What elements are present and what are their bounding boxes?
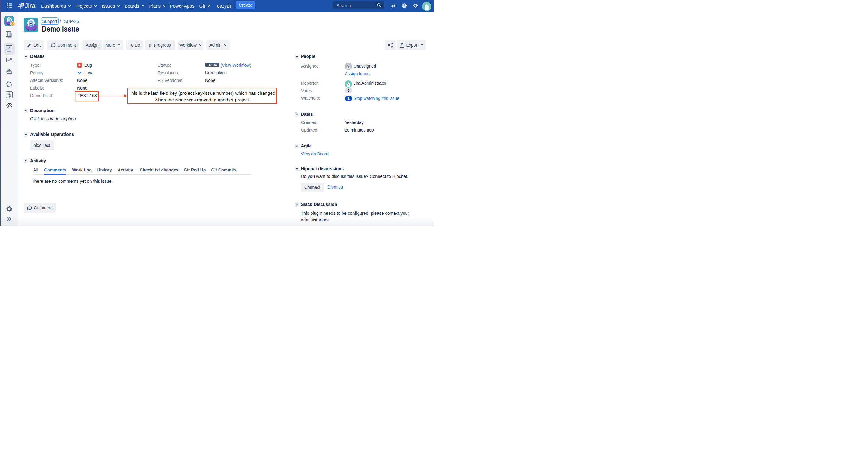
svg-text:?: ?: [347, 64, 349, 68]
svg-text:?: ?: [403, 4, 405, 8]
